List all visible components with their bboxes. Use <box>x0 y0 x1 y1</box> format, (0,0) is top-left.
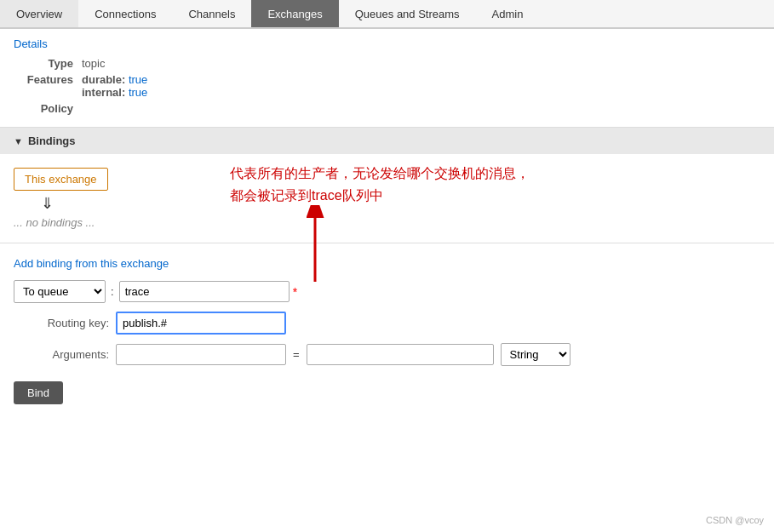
routing-key-input[interactable] <box>116 312 286 335</box>
arguments-row: Arguments: = String Number Boolean <box>14 343 760 366</box>
tab-overview[interactable]: Overview <box>0 0 78 27</box>
destination-input[interactable] <box>119 281 290 302</box>
required-star-icon: * <box>293 285 297 299</box>
durable-value: true <box>129 73 147 86</box>
this-exchange-button[interactable]: This exchange <box>14 168 108 191</box>
internal-value: true <box>129 86 147 99</box>
features-label: Features <box>14 73 82 86</box>
argument-key-input[interactable] <box>116 344 286 365</box>
colon-separator: : <box>111 285 114 298</box>
equals-sign: = <box>293 348 300 361</box>
bindings-header[interactable]: ▼ Bindings <box>0 128 774 154</box>
collapse-triangle-icon: ▼ <box>14 136 23 146</box>
add-binding-section: Add binding from this exchange To queue … <box>0 243 774 418</box>
to-queue-row: To queue To exchange : * <box>14 280 760 303</box>
annotation-line1: 代表所有的生产者，无论发给哪个交换机的消息， <box>230 163 530 185</box>
tab-admin[interactable]: Admin <box>476 0 540 27</box>
arguments-label: Arguments: <box>14 348 116 361</box>
features-value: durable: true internal: true <box>82 73 147 99</box>
type-label: Type <box>14 57 82 70</box>
tab-queues-and-streams[interactable]: Queues and Streams <box>339 0 476 27</box>
watermark-text: CSDN @vcoy <box>706 515 764 525</box>
details-link[interactable]: Details <box>14 37 48 50</box>
down-arrow-icon: ⇓ <box>41 194 760 213</box>
routing-key-row: Routing key: <box>14 312 760 335</box>
destination-type-select[interactable]: To queue To exchange <box>14 280 106 303</box>
bindings-title: Bindings <box>28 134 76 147</box>
bind-button[interactable]: Bind <box>14 381 63 404</box>
type-value: topic <box>82 57 105 70</box>
argument-type-select[interactable]: String Number Boolean <box>501 343 570 366</box>
argument-value-input[interactable] <box>307 344 494 365</box>
details-section: Details Type topic Features durable: tru… <box>0 29 774 128</box>
bindings-body: This exchange ⇓ ... no bindings ... 代表所有… <box>0 154 774 243</box>
internal-key: internal: <box>82 86 125 99</box>
add-binding-title: Add binding from this exchange <box>14 257 760 270</box>
tab-connections[interactable]: Connections <box>78 0 172 27</box>
no-bindings-text: ... no bindings ... <box>14 216 760 229</box>
routing-key-label: Routing key: <box>14 317 116 329</box>
nav-tabs: Overview Connections Channels Exchanges … <box>0 0 774 29</box>
details-table: Type topic Features durable: true intern… <box>14 57 760 115</box>
features-row: Features durable: true internal: true <box>14 73 760 99</box>
tab-exchanges[interactable]: Exchanges <box>251 0 338 27</box>
bindings-section: ▼ Bindings This exchange ⇓ ... no bindin… <box>0 128 774 243</box>
policy-row: Policy <box>14 102 760 115</box>
durable-key: durable: <box>82 73 125 86</box>
tab-channels[interactable]: Channels <box>172 0 251 27</box>
policy-label: Policy <box>14 102 82 115</box>
type-row: Type topic <box>14 57 760 70</box>
